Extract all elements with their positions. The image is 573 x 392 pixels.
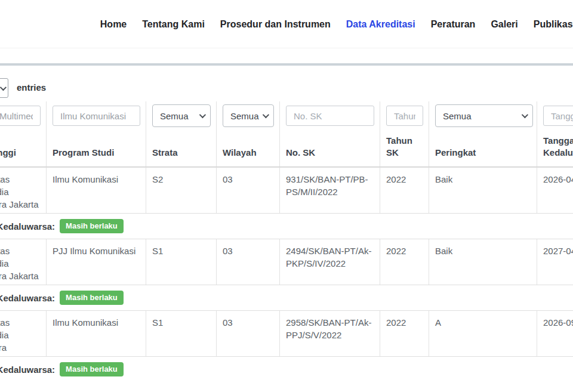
- chevron-down-icon: [0, 84, 7, 90]
- nav-item-galeri[interactable]: Galeri: [491, 19, 517, 30]
- table-row: Universitas Multimedia Nusantara Jakarta…: [0, 239, 573, 285]
- column-header-no-sk[interactable]: No. SK: [280, 130, 380, 166]
- wilayah-filter-value: Semua: [230, 111, 259, 121]
- cell-program-studi: Ilmu Komunikasi: [47, 168, 146, 213]
- perguruan-tinggi-filter-input[interactable]: [0, 106, 41, 126]
- wilayah-filter-select[interactable]: Semua: [223, 104, 274, 127]
- table-header-row: Perguruan Tinggi Program Studi Strata Wi…: [0, 130, 573, 167]
- cell-wilayah: 03: [217, 311, 280, 356]
- cell-perguruan-tinggi: Universitas Multimedia Nusantara: [0, 311, 47, 356]
- column-header-strata[interactable]: Strata: [146, 130, 217, 166]
- entries-label: entries: [17, 82, 46, 92]
- strata-filter-value: Semua: [160, 111, 189, 121]
- status-badge: Masih berlaku: [60, 219, 124, 233]
- filter-row: Semua Semua Semua: [0, 101, 573, 130]
- filter-cell-wilayah: Semua: [217, 101, 280, 130]
- page: Home Tentang Kami Prosedur dan Instrumen…: [0, 0, 573, 392]
- cell-perguruan-tinggi: Universitas Multimedia Nusantara Jakarta: [0, 168, 47, 213]
- tahun-filter-input[interactable]: [386, 106, 423, 126]
- cell-tanggal-kedaluwarsa: 2026-09: [537, 311, 573, 356]
- nav-item-peraturan[interactable]: Peraturan: [431, 19, 476, 30]
- filter-cell-program-studi: [47, 101, 146, 130]
- nav-item-publikasi[interactable]: Publikasi: [534, 19, 573, 30]
- cell-program-studi: Ilmu Komunikasi: [47, 311, 146, 356]
- cell-strata: S1: [146, 239, 217, 285]
- strata-filter-select[interactable]: Semua: [152, 104, 211, 127]
- cell-no-sk: 2494/SK/BAN-PT/Ak-PKP/S/IV/2022: [280, 239, 380, 285]
- filter-cell-perguruan-tinggi: [0, 101, 47, 130]
- filter-cell-tahun: [380, 101, 429, 130]
- chevron-down-icon: [263, 112, 269, 118]
- nav-item-home[interactable]: Home: [100, 19, 127, 30]
- cell-tanggal-kedaluwarsa: 2026-04: [537, 168, 573, 213]
- column-header-peringkat[interactable]: Peringkat: [429, 130, 537, 166]
- cell-wilayah: 03: [217, 168, 280, 213]
- filter-cell-strata: Semua: [146, 101, 217, 130]
- cell-tanggal-kedaluwarsa: 2027-04: [537, 239, 573, 285]
- status-badge: Masih berlaku: [60, 362, 124, 376]
- cell-tahun-sk: 2022: [380, 168, 429, 213]
- column-header-program-studi[interactable]: Program Studi: [47, 130, 146, 166]
- chevron-down-icon: [199, 112, 206, 118]
- row-status-child: Tanggal Kedaluwarsa: Masih berlaku: [0, 214, 573, 239]
- peringkat-filter-value: Semua: [443, 111, 472, 121]
- kedaluwarsa-label: Tanggal Kedaluwarsa:: [0, 221, 55, 232]
- cell-tahun-sk: 2022: [380, 311, 429, 356]
- page-length-select[interactable]: [0, 78, 8, 98]
- filter-cell-tanggal: [537, 101, 573, 130]
- kedaluwarsa-label: Tanggal Kedaluwarsa:: [0, 365, 55, 375]
- cell-peringkat: A: [429, 311, 537, 356]
- column-header-perguruan-tinggi[interactable]: Perguruan Tinggi: [0, 130, 47, 166]
- table-row: Universitas Multimedia Nusantara Jakarta…: [0, 167, 573, 214]
- nav-item-data-akreditasi[interactable]: Data Akreditasi: [346, 19, 415, 30]
- column-header-label: Perguruan Tinggi: [0, 147, 16, 159]
- program-studi-filter-input[interactable]: [53, 106, 140, 126]
- row-status-child: Tanggal Kedaluwarsa: Masih berlaku: [0, 357, 573, 382]
- main-nav: Home Tentang Kami Prosedur dan Instrumen…: [100, 0, 573, 48]
- filter-cell-peringkat: Semua: [429, 101, 537, 130]
- row-status-child: Tanggal Kedaluwarsa: Masih berlaku: [0, 285, 573, 310]
- column-header-tanggal-kedaluwarsa[interactable]: Tanggal Kedaluwarsa: [537, 130, 573, 166]
- kedaluwarsa-label: Tanggal Kedaluwarsa:: [0, 293, 55, 303]
- cell-strata: S2: [146, 168, 217, 213]
- cell-no-sk: 2958/SK/BAN-PT/Ak-PPJ/S/V/2022: [280, 311, 380, 356]
- status-badge: Masih berlaku: [60, 291, 124, 305]
- cell-program-studi: PJJ Ilmu Komunikasi: [47, 239, 146, 285]
- nav-item-tentang-kami[interactable]: Tentang Kami: [142, 19, 205, 30]
- cell-peringkat: Baik: [429, 239, 537, 285]
- top-navigation-bar: Home Tentang Kami Prosedur dan Instrumen…: [0, 0, 573, 48]
- cell-peringkat: Baik: [429, 168, 537, 213]
- nav-item-prosedur-dan-instrumen[interactable]: Prosedur dan Instrumen: [220, 19, 331, 30]
- filter-cell-no-sk: [280, 101, 380, 130]
- column-header-tahun-sk[interactable]: Tahun SK: [380, 130, 429, 166]
- section-divider: [0, 63, 573, 66]
- cell-no-sk: 931/SK/BAN-PT/PB-PS/M/II/2022: [280, 168, 380, 213]
- peringkat-filter-select[interactable]: Semua: [435, 104, 533, 127]
- tanggal-filter-input[interactable]: [543, 106, 573, 126]
- no-sk-filter-input[interactable]: [286, 106, 374, 126]
- accreditation-table: Semua Semua Semua: [0, 101, 573, 382]
- cell-strata: S1: [146, 311, 217, 356]
- cell-tahun-sk: 2022: [380, 239, 429, 285]
- column-header-wilayah[interactable]: Wilayah: [217, 130, 280, 166]
- cell-perguruan-tinggi: Universitas Multimedia Nusantara Jakarta: [0, 239, 47, 285]
- cell-wilayah: 03: [217, 239, 280, 285]
- chevron-down-icon: [522, 112, 528, 118]
- table-row: Universitas Multimedia Nusantara Ilmu Ko…: [0, 310, 573, 357]
